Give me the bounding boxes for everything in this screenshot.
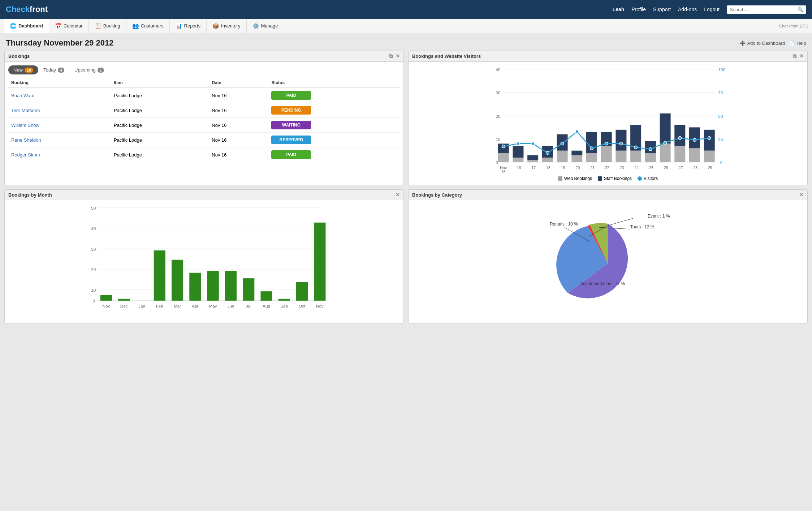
tab-new[interactable]: New 10	[8, 65, 38, 74]
tab-reports-label: Reports	[184, 23, 201, 29]
svg-rect-23	[557, 151, 568, 162]
col-status: Status	[268, 78, 400, 88]
visitors-legend: Web Bookings Staff Bookings Visitors	[412, 176, 804, 181]
svg-rect-99	[296, 282, 308, 300]
visitors-chart: 40 30 20 10 0 100 75 50 25 0	[412, 65, 804, 174]
svg-rect-96	[243, 278, 254, 301]
add-to-dashboard-button[interactable]: ➕ Add to Dashboard	[740, 40, 785, 46]
plus-icon: ➕	[740, 40, 746, 46]
tab-customers-label: Customers	[141, 23, 164, 29]
tab-upcoming[interactable]: Upcoming 1	[69, 65, 109, 74]
main-navbar: 🌐 Dashboard 📅 Calendar 📋 Booking 👥 Custo…	[0, 19, 812, 33]
header-search-box: 🔍	[727, 5, 806, 14]
svg-rect-31	[616, 151, 626, 162]
legend-visitors: Visitors	[638, 176, 658, 181]
bookings-widget-actions: ⧉ ✕	[389, 53, 400, 59]
svg-rect-43	[704, 151, 715, 162]
svg-rect-88	[100, 295, 112, 300]
close-icon[interactable]: ✕	[799, 192, 804, 198]
svg-rect-27	[586, 153, 597, 162]
svg-text:0: 0	[92, 299, 95, 303]
tab-customers[interactable]: 👥 Customers	[126, 19, 170, 33]
customer-link[interactable]: William Show	[11, 123, 39, 128]
item-cell: Pacific Lodge	[111, 133, 209, 147]
page-actions: ➕ Add to Dashboard 📄 Help	[740, 40, 806, 46]
close-icon[interactable]: ✕	[799, 53, 804, 59]
close-icon[interactable]: ✕	[396, 53, 400, 59]
tab-today[interactable]: Today 4	[38, 65, 69, 74]
logout-link[interactable]: Logout	[704, 7, 720, 12]
header-search-input[interactable]	[730, 7, 798, 12]
svg-text:Sep: Sep	[280, 304, 288, 308]
table-row: Rodger Simm Pacific Lodge Nov 16 PAID	[8, 147, 400, 162]
tab-reports[interactable]: 📊 Reports	[170, 19, 207, 33]
svg-point-55	[649, 148, 652, 151]
item-cell: Pacific Lodge	[111, 118, 209, 133]
expand-icon[interactable]: ⧉	[793, 53, 796, 59]
app-header: Checkfront Leah Profile Support Add-ons …	[0, 0, 812, 19]
tab-booking[interactable]: 📋 Booking	[89, 19, 126, 33]
dashboard-icon: 🌐	[10, 23, 17, 29]
svg-text:30: 30	[496, 90, 501, 95]
monthly-widget-actions: ✕	[396, 192, 400, 198]
svg-rect-32	[616, 130, 626, 151]
svg-point-49	[561, 142, 564, 145]
table-row: Brian Ward Pacific Lodge Nov 16 PAID	[8, 88, 400, 103]
tab-inventory-label: Inventory	[221, 23, 240, 29]
item-cell: Pacific Lodge	[111, 103, 209, 118]
svg-rect-95	[225, 271, 237, 301]
customer-link[interactable]: Rene Sheldon	[11, 137, 41, 143]
support-link[interactable]: Support	[653, 7, 671, 12]
addons-link[interactable]: Add-ons	[678, 7, 697, 12]
date-cell: Nov 16	[209, 103, 268, 118]
tab-dashboard[interactable]: 🌐 Dashboard	[4, 19, 49, 33]
svg-text:27: 27	[678, 166, 683, 170]
bookings-widget-header: Bookings ⧉ ✕	[5, 51, 403, 62]
svg-rect-42	[689, 127, 700, 148]
svg-text:40: 40	[496, 67, 501, 72]
manage-icon: ⚙️	[252, 23, 259, 29]
col-booking: Booking	[8, 78, 111, 88]
svg-text:0: 0	[720, 160, 723, 165]
svg-rect-19	[527, 160, 538, 162]
booking-icon: 📋	[95, 23, 102, 29]
svg-text:22: 22	[605, 166, 609, 170]
svg-text:50: 50	[718, 114, 723, 119]
legend-staff-bookings: Staff Bookings	[598, 176, 632, 181]
svg-text:0: 0	[496, 160, 498, 165]
monthly-widget-body: 50 40 30 20 10 0	[5, 200, 403, 317]
svg-text:21: 21	[590, 166, 595, 170]
col-date: Date	[209, 78, 268, 88]
svg-rect-21	[542, 158, 553, 162]
help-button[interactable]: 📄 Help	[789, 40, 806, 46]
customer-link[interactable]: Brian Ward	[11, 93, 35, 98]
search-icon: 🔍	[798, 7, 803, 12]
close-icon[interactable]: ✕	[396, 192, 400, 198]
svg-text:16: 16	[517, 166, 521, 170]
svg-text:Nov: Nov	[316, 304, 324, 308]
tab-inventory[interactable]: 📦 Inventory	[207, 19, 246, 33]
svg-rect-39	[674, 146, 685, 162]
expand-icon[interactable]: ⧉	[389, 53, 393, 59]
svg-text:20: 20	[496, 114, 501, 119]
customer-link[interactable]: Terri Marsden	[11, 108, 40, 113]
tab-calendar[interactable]: 📅 Calendar	[49, 19, 89, 33]
table-row: Rene Sheldon Pacific Lodge Nov 16 RESERV…	[8, 133, 400, 147]
svg-text:26: 26	[664, 166, 668, 170]
bookings-table: Booking Item Date Status Brian Ward Paci…	[8, 78, 400, 162]
svg-point-58	[693, 138, 696, 142]
svg-rect-33	[630, 151, 641, 162]
table-row: Terri Marsden Pacific Lodge Nov 16 PENDI…	[8, 103, 400, 118]
svg-text:Dec: Dec	[120, 304, 128, 308]
tab-dashboard-label: Dashboard	[18, 23, 43, 29]
svg-text:40: 40	[91, 226, 96, 231]
monthly-chart: 50 40 30 20 10 0	[8, 204, 400, 312]
tab-manage[interactable]: ⚙️ Manage	[247, 19, 284, 33]
svg-text:Oct: Oct	[299, 304, 306, 308]
svg-point-51	[590, 147, 593, 150]
customer-link[interactable]: Rodger Simm	[11, 152, 40, 158]
svg-text:Apr: Apr	[192, 304, 198, 308]
svg-rect-100	[314, 223, 325, 301]
profile-link[interactable]: Profile	[631, 7, 646, 12]
monthly-widget-header: Bookings by Month ✕	[5, 190, 403, 200]
